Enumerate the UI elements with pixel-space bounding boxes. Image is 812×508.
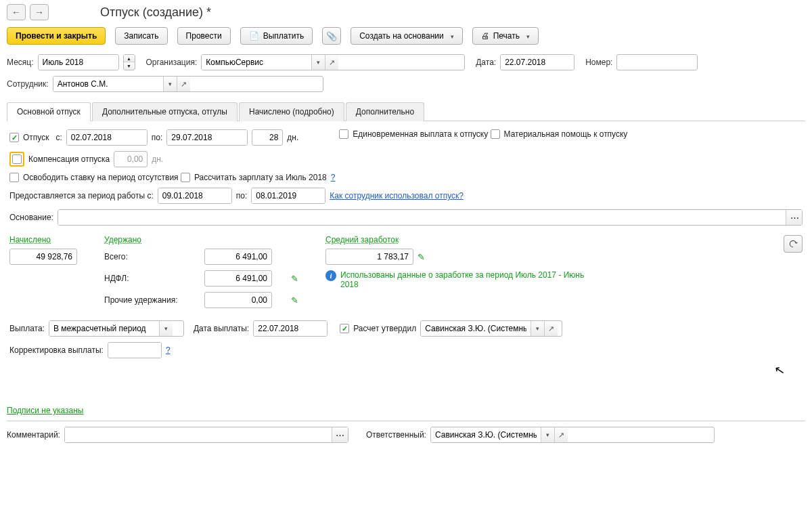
- info-text: Использованы данные о заработке за перио…: [340, 270, 591, 289]
- spinner-down[interactable]: ▼: [124, 62, 135, 70]
- release-rate-checkbox[interactable]: [9, 173, 19, 182]
- pay-icon: [249, 31, 259, 41]
- help-link[interactable]: ?: [166, 345, 171, 355]
- provided-to-label: по:: [236, 191, 248, 200]
- edit-avg-icon[interactable]: [418, 252, 425, 262]
- days-input[interactable]: [252, 129, 283, 146]
- attachment-button[interactable]: [322, 27, 341, 45]
- print-label: Печать: [493, 31, 520, 41]
- compensation-checkbox[interactable]: [12, 154, 22, 164]
- organization-input[interactable]: [201, 54, 465, 70]
- info-icon: i: [325, 270, 336, 281]
- approved-by-input[interactable]: [420, 320, 562, 337]
- org-label: Организация:: [146, 58, 198, 67]
- provided-for-label: Предоставляется за период работы с:: [9, 191, 154, 200]
- signatures-link[interactable]: Подписи не указаны: [7, 406, 83, 415]
- refresh-icon: [788, 239, 798, 249]
- accrued-label[interactable]: Начислено: [9, 235, 77, 245]
- payout-date-input[interactable]: [253, 320, 328, 337]
- vacation-checkbox[interactable]: ✓: [9, 133, 19, 142]
- lump-sum-checkbox[interactable]: [339, 129, 348, 139]
- page-title: Отпуск (создание) *: [100, 5, 211, 20]
- edit-other-icon[interactable]: [291, 295, 298, 305]
- nav-back-button[interactable]: [7, 4, 26, 20]
- compensation-label: Компенсация отпуска: [28, 154, 110, 164]
- ndfl-input[interactable]: [204, 270, 272, 287]
- compensation-input[interactable]: [114, 151, 148, 167]
- ndfl-label: НДФЛ:: [104, 274, 199, 283]
- tab-accrued-detailed[interactable]: Начислено (подробно): [239, 102, 344, 121]
- arrow-right-icon: [35, 7, 44, 18]
- pay-label: Выплатить: [263, 31, 304, 41]
- correction-input[interactable]: ⊞: [108, 342, 162, 358]
- open-icon[interactable]: [177, 77, 190, 91]
- ellipsis-icon[interactable]: [332, 427, 348, 442]
- withheld-label[interactable]: Удержано: [104, 235, 298, 245]
- open-icon[interactable]: [544, 321, 558, 336]
- avg-earnings-label[interactable]: Средний заработок: [325, 235, 596, 245]
- accrued-input[interactable]: [9, 249, 77, 265]
- calc-approved-label: Расчет утвердил: [353, 324, 416, 333]
- vacation-chk-label: Отпуск: [23, 133, 49, 142]
- provided-to-input[interactable]: [251, 188, 325, 204]
- payout-select[interactable]: [49, 320, 184, 337]
- spinner-up[interactable]: ▲: [124, 55, 135, 62]
- post-and-close-button[interactable]: Провести и закрыть: [7, 27, 106, 45]
- calc-salary-checkbox[interactable]: [181, 173, 190, 182]
- arrow-left-icon: [12, 7, 21, 18]
- vacation-from-input[interactable]: [66, 129, 148, 146]
- nav-forward-button[interactable]: [30, 4, 49, 20]
- open-icon[interactable]: [325, 55, 338, 70]
- paperclip-icon: [326, 31, 337, 41]
- total-label: Всего:: [104, 252, 199, 261]
- provided-from-input[interactable]: [158, 188, 232, 204]
- comment-label: Комментарий:: [7, 430, 60, 440]
- material-help-checkbox[interactable]: [491, 129, 500, 139]
- ellipsis-icon[interactable]: [786, 210, 802, 225]
- print-button[interactable]: Печать: [472, 27, 539, 45]
- save-button[interactable]: Записать: [115, 27, 167, 45]
- from-label: с:: [55, 133, 62, 142]
- refresh-button[interactable]: [784, 235, 803, 253]
- month-label: Месяц:: [7, 58, 34, 67]
- number-label: Номер:: [585, 58, 612, 67]
- compensation-highlight: [9, 152, 24, 167]
- tab-bar: Основной отпуск Дополнительные отпуска, …: [7, 102, 805, 121]
- chevron-down-icon[interactable]: [163, 77, 177, 91]
- chevron-down-icon[interactable]: [311, 55, 325, 70]
- number-input[interactable]: [616, 54, 698, 70]
- material-help-label: Материальная помощь к отпуску: [504, 129, 628, 139]
- chevron-down-icon[interactable]: [159, 321, 173, 336]
- avg-earnings-input[interactable]: [325, 249, 413, 265]
- month-spinner[interactable]: ▲ ▼: [123, 54, 135, 70]
- payout-label: Выплата:: [9, 324, 45, 333]
- chevron-down-icon[interactable]: [531, 321, 544, 336]
- how-employee-used-vacation-link[interactable]: Как сотрудник использовал отпуск?: [330, 191, 464, 200]
- calc-approved-checkbox[interactable]: ✓: [340, 324, 349, 333]
- help-link[interactable]: ?: [331, 173, 336, 182]
- other-withholdings-label: Прочие удержания:: [104, 295, 199, 305]
- payout-date-label: Дата выплаты:: [194, 324, 249, 333]
- compensation-days-label: дн.: [152, 154, 163, 164]
- responsible-input[interactable]: [430, 427, 715, 443]
- tab-main-vacation[interactable]: Основной отпуск: [7, 102, 91, 121]
- tab-additional-vacation[interactable]: Дополнительные отпуска, отгулы: [92, 102, 238, 121]
- edit-ndfl-icon[interactable]: [291, 274, 298, 284]
- other-withholdings-input[interactable]: [204, 292, 272, 308]
- vacation-to-input[interactable]: [166, 129, 248, 146]
- tab-additional[interactable]: Дополнительно: [346, 102, 424, 121]
- post-button[interactable]: Провести: [177, 27, 231, 45]
- open-icon[interactable]: [554, 427, 568, 442]
- pay-button[interactable]: Выплатить: [240, 27, 313, 45]
- calc-salary-label: Рассчитать зарплату за Июль 2018: [194, 173, 327, 182]
- employee-input[interactable]: [53, 76, 323, 92]
- reason-label: Основание:: [9, 213, 53, 222]
- chevron-down-icon[interactable]: [541, 427, 554, 442]
- create-based-on-button[interactable]: Создать на основании: [351, 27, 463, 45]
- reason-input[interactable]: [58, 209, 803, 226]
- month-input[interactable]: [38, 54, 119, 70]
- date-input[interactable]: [500, 54, 574, 70]
- comment-input[interactable]: [64, 427, 348, 443]
- withheld-total-input[interactable]: [204, 249, 272, 265]
- printer-icon: [481, 31, 489, 41]
